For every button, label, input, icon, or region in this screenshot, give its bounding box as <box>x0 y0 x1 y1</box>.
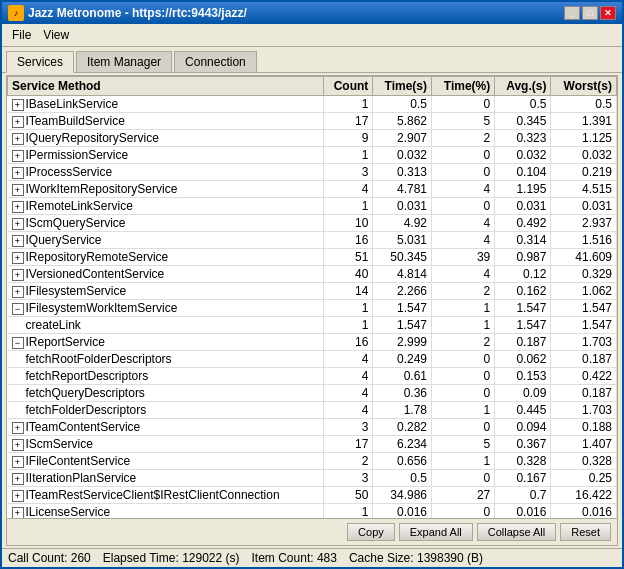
tab-services[interactable]: Services <box>6 51 74 73</box>
worst-cell: 0.328 <box>551 453 617 470</box>
timePct-cell: 0 <box>432 147 495 164</box>
timePct-cell: 27 <box>432 487 495 504</box>
tab-connection[interactable]: Connection <box>174 51 257 72</box>
count-cell: 4 <box>323 181 373 198</box>
col-service-method: Service Method <box>8 77 324 96</box>
timePct-cell: 1 <box>432 453 495 470</box>
count-cell: 14 <box>323 283 373 300</box>
timePct-cell: 0 <box>432 368 495 385</box>
avg-cell: 0.367 <box>495 436 551 453</box>
count-cell: 1 <box>323 317 373 334</box>
table-row: fetchQueryDescriptors40.3600.090.187 <box>8 385 617 402</box>
service-label: IFilesystemWorkItemService <box>26 301 178 315</box>
table-row: +IScmService176.23450.3671.407 <box>8 436 617 453</box>
expand-icon[interactable]: + <box>12 99 24 111</box>
time-cell: 4.92 <box>373 215 432 232</box>
status-item-count: Item Count: 483 <box>252 551 337 565</box>
collapse-icon[interactable]: − <box>12 303 24 315</box>
table-row: +IFileContentService20.65610.3280.328 <box>8 453 617 470</box>
close-button[interactable]: ✕ <box>600 6 616 20</box>
timePct-cell: 39 <box>432 249 495 266</box>
app-icon: ♪ <box>8 5 24 21</box>
count-cell: 50 <box>323 487 373 504</box>
menu-view[interactable]: View <box>37 26 75 44</box>
timePct-cell: 2 <box>432 334 495 351</box>
count-cell: 4 <box>323 368 373 385</box>
expand-icon[interactable]: + <box>12 116 24 128</box>
expand-icon[interactable]: + <box>12 490 24 502</box>
expand-icon[interactable]: + <box>12 439 24 451</box>
timePct-cell: 0 <box>432 351 495 368</box>
title-bar-left: ♪ Jazz Metronome - https://rtc:9443/jazz… <box>8 5 247 21</box>
expand-icon[interactable]: + <box>12 235 24 247</box>
reset-button[interactable]: Reset <box>560 523 611 541</box>
worst-cell: 1.062 <box>551 283 617 300</box>
maximize-button[interactable]: □ <box>582 6 598 20</box>
expand-icon[interactable]: + <box>12 507 24 518</box>
count-cell: 17 <box>323 113 373 130</box>
time-cell: 0.36 <box>373 385 432 402</box>
content-area: Service Method Count Time(s) Time(%) Avg… <box>6 75 618 546</box>
table-row: +IVersionedContentService404.81440.120.3… <box>8 266 617 283</box>
expand-icon[interactable]: + <box>12 201 24 213</box>
worst-cell: 1.547 <box>551 300 617 317</box>
worst-cell: 0.422 <box>551 368 617 385</box>
worst-cell: 0.25 <box>551 470 617 487</box>
minimize-button[interactable]: _ <box>564 6 580 20</box>
expand-icon[interactable]: + <box>12 422 24 434</box>
collapse-all-button[interactable]: Collapse All <box>477 523 556 541</box>
timePct-cell: 4 <box>432 215 495 232</box>
service-label: fetchReportDescriptors <box>26 369 149 383</box>
expand-icon[interactable]: + <box>12 252 24 264</box>
service-name-cell: createLink <box>8 317 324 334</box>
count-cell: 3 <box>323 419 373 436</box>
expand-icon[interactable]: + <box>12 167 24 179</box>
menu-file[interactable]: File <box>6 26 37 44</box>
timePct-cell: 0 <box>432 96 495 113</box>
service-label: fetchQueryDescriptors <box>26 386 145 400</box>
service-name-cell: +ITeamBuildService <box>8 113 324 130</box>
window-title: Jazz Metronome - https://rtc:9443/jazz/ <box>28 6 247 20</box>
count-cell: 1 <box>323 504 373 519</box>
count-cell: 4 <box>323 351 373 368</box>
expand-icon[interactable]: + <box>12 218 24 230</box>
count-cell: 1 <box>323 198 373 215</box>
worst-cell: 1.391 <box>551 113 617 130</box>
count-cell: 51 <box>323 249 373 266</box>
service-name-cell: fetchFolderDescriptors <box>8 402 324 419</box>
expand-icon[interactable]: + <box>12 133 24 145</box>
expand-all-button[interactable]: Expand All <box>399 523 473 541</box>
timePct-cell: 2 <box>432 283 495 300</box>
expand-icon[interactable]: + <box>12 184 24 196</box>
service-name-cell: +ITeamRestServiceClient$IRestClientConne… <box>8 487 324 504</box>
service-name-cell: +IWorkItemRepositoryService <box>8 181 324 198</box>
count-cell: 4 <box>323 385 373 402</box>
service-label: IQueryRepositoryService <box>26 131 159 145</box>
time-cell: 1.547 <box>373 317 432 334</box>
service-name-cell: −IReportService <box>8 334 324 351</box>
time-cell: 1.78 <box>373 402 432 419</box>
expand-icon[interactable]: + <box>12 150 24 162</box>
table-row: +ITeamContentService30.28200.0940.188 <box>8 419 617 436</box>
worst-cell: 0.329 <box>551 266 617 283</box>
service-label: IRepositoryRemoteService <box>26 250 169 264</box>
expand-icon[interactable]: + <box>12 286 24 298</box>
worst-cell: 0.031 <box>551 198 617 215</box>
main-window: ♪ Jazz Metronome - https://rtc:9443/jazz… <box>0 0 624 569</box>
table-row: +IQueryService165.03140.3141.516 <box>8 232 617 249</box>
worst-cell: 2.937 <box>551 215 617 232</box>
worst-cell: 16.422 <box>551 487 617 504</box>
table-container[interactable]: Service Method Count Time(s) Time(%) Avg… <box>7 76 617 518</box>
expand-icon[interactable]: + <box>12 269 24 281</box>
service-label: IWorkItemRepositoryService <box>26 182 178 196</box>
copy-button[interactable]: Copy <box>347 523 395 541</box>
service-label: IPermissionService <box>26 148 129 162</box>
service-name-cell: +IFilesystemService <box>8 283 324 300</box>
expand-icon[interactable]: + <box>12 473 24 485</box>
collapse-icon[interactable]: − <box>12 337 24 349</box>
worst-cell: 1.125 <box>551 130 617 147</box>
tab-item-manager[interactable]: Item Manager <box>76 51 172 72</box>
count-cell: 17 <box>323 436 373 453</box>
status-cache-size: Cache Size: 1398390 (B) <box>349 551 483 565</box>
expand-icon[interactable]: + <box>12 456 24 468</box>
